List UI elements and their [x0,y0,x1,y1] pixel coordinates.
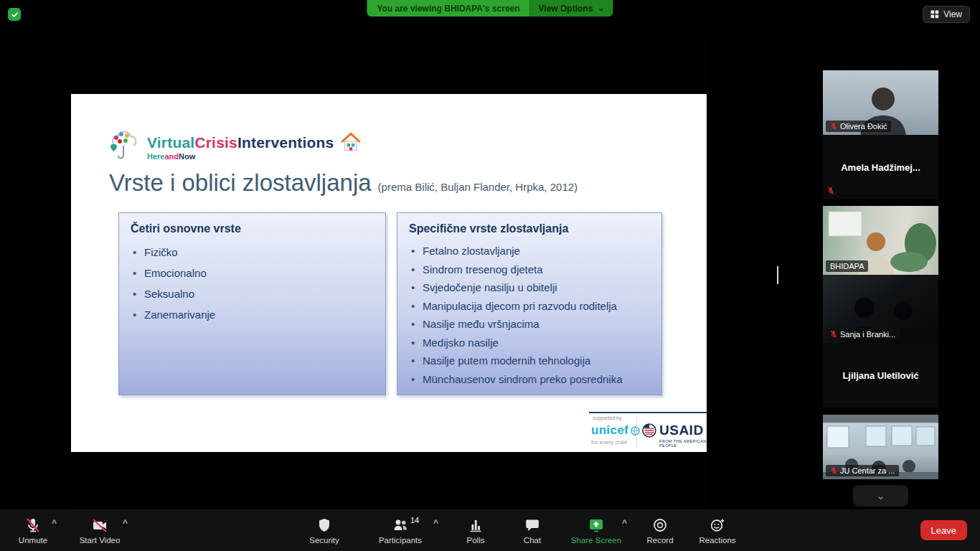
share-screen-button[interactable]: Share Screen ^ [564,517,628,545]
list-item: Sindrom tresenog djeteta [409,260,650,279]
view-button-label: View [943,9,962,19]
chat-button[interactable]: Chat [500,517,565,545]
view-options-label: View Options [539,4,593,14]
reactions-button[interactable]: Reactions [685,517,750,545]
logo-word-and: and [164,152,179,161]
usaid-wordmark: USAID [659,423,704,438]
list-item: Nasilje među vršnjacima [409,315,650,334]
list-item: Seksualno [131,283,374,304]
logo-word-now: Now [179,152,195,161]
footer-divider-line [589,412,707,413]
slide-title-reference: (prema Bilić, Buljan Flander, Hrpka, 201… [378,181,578,193]
participant-tile-ljiljana[interactable]: Ljiljana Uletilović [823,343,938,408]
record-button[interactable]: Record [628,517,692,545]
list-item: Münchausenov sindrom preko posrednika [409,370,650,389]
usaid-tagline: FROM THE AMERICAN PEOPLE [659,439,707,448]
start-video-label: Start Video [80,536,121,545]
participant-tile-ju-centar[interactable]: JU Centar za ... [823,415,938,479]
participant-name: BHIDAPA [830,262,864,270]
participant-mute-chip [826,185,836,197]
participant-name: Olivera Đokić [840,122,887,131]
viewing-status-label: You are viewing BHIDAPA's screen [367,0,529,17]
supported-by-label: supported by [593,415,621,420]
list-item: Emocionalno [131,263,374,283]
unicef-logo: unicef for every child [591,423,640,446]
unmute-button[interactable]: Unmute ^ [1,517,65,545]
security-button[interactable]: Security [292,517,357,545]
vci-logo: VirtualCrisisInterventions HereandNow [105,127,364,163]
specific-types-box: Specifične vrste zlostavljanja Fetalno z… [397,212,662,395]
chevron-up-icon[interactable]: ^ [123,518,128,528]
unmute-label: Unmute [19,536,47,545]
muted-mic-icon [830,330,837,339]
unicef-tagline: for every child [591,439,640,446]
participant-name-chip: BHIDAPA [826,260,868,272]
list-item: Fetalno zlostavljanje [409,242,650,260]
vci-logo-text: VirtualCrisisInterventions HereandNow [147,134,334,161]
unicef-emblem-icon [631,426,640,435]
basic-types-box: Četiri osnovne vrste Fizičko Emocionalno… [118,212,386,395]
leave-button[interactable]: Leave [920,520,967,540]
participant-name: JU Centar za ... [840,466,895,475]
view-options-dropdown[interactable]: View Options ⌄ [530,0,613,17]
record-label: Record [646,536,673,545]
muted-mic-icon [830,122,837,131]
meeting-toolbar: Unmute ^ Start Video ^ Security Particip… [0,509,980,551]
reactions-label: Reactions [699,536,735,545]
usaid-logo: USAID FROM THE AMERICAN PEOPLE [642,423,707,448]
polls-label: Polls [467,536,485,545]
participant-tile-olivera[interactable]: Olivera Đokić [823,70,938,135]
cloud-hearts-icon [105,127,143,163]
slide-title: Vrste i oblici zlostavljanja(prema Bilić… [109,169,578,197]
record-icon [651,517,669,534]
participants-icon [392,517,409,534]
participant-name: Amela Hadžimej... [823,135,938,199]
logo-word-here: Here [147,152,164,161]
participant-name: Sanja i Branki... [840,330,895,339]
right-box-heading: Specifične vrste zlostavljanja [409,222,650,235]
grid-icon [930,10,939,19]
chevron-down-icon: ⌄ [598,4,604,13]
participant-name: Ljiljana Uletilović [823,343,938,408]
right-box-list: Fetalno zlostavljanje Sindrom tresenog d… [409,242,650,388]
participant-tile-sanja[interactable]: Sanja i Branki... [823,275,938,343]
participant-name-chip: Olivera Đokić [826,121,891,132]
camera-off-icon [91,517,108,534]
shared-screen-area: VirtualCrisisInterventions HereandNow Vr… [71,37,707,509]
screen-share-banner: You are viewing BHIDAPA's screen View Op… [367,0,613,17]
bhidapa-house-icon [338,130,364,154]
shield-icon [316,517,333,534]
check-icon [11,11,19,19]
left-box-heading: Četiri osnovne vrste [131,222,374,235]
logo-word-interventions: Interventions [237,134,334,151]
reactions-smiley-icon [709,517,726,534]
list-item: Svjedočenje nasilju u obitelji [409,278,650,297]
chevron-up-icon[interactable]: ^ [52,518,57,528]
list-item: Fizičko [131,242,374,263]
start-video-button[interactable]: Start Video ^ [67,517,132,545]
collapse-gallery-button[interactable]: ⌄ [853,485,908,507]
muted-mic-icon [827,187,834,195]
slide-title-text: Vrste i oblici zlostavljanja [109,169,372,196]
sponsor-separator [636,418,637,447]
participants-button[interactable]: Participants 14 ^ [368,517,433,545]
share-screen-label: Share Screen [571,536,621,545]
polls-button[interactable]: Polls [443,517,508,545]
participants-count: 14 [410,516,419,524]
participant-tile-amela[interactable]: Amela Hadžimej... [823,135,938,199]
chat-icon [524,517,541,534]
list-item: Nasilje putem modernih tehnologija [409,352,650,370]
chevron-up-icon[interactable]: ^ [433,518,438,528]
participant-tile-bhidapa[interactable]: BHIDAPA [823,206,938,275]
list-item: Manipulacija djecom pri razvodu roditelj… [409,297,650,316]
chevron-up-icon[interactable]: ^ [622,518,627,528]
view-layout-button[interactable]: View [923,6,970,23]
usaid-emblem-icon [642,423,656,438]
logo-word-crisis: Crisis [194,134,237,151]
list-item: Medijsko nasilje [409,334,650,352]
security-label: Security [309,536,339,545]
participant-name-chip: Sanja i Branki... [826,329,900,340]
participant-name-chip: JU Centar za ... [826,465,899,476]
encryption-shield-icon[interactable] [8,8,21,21]
text-cursor-artifact [777,266,778,284]
